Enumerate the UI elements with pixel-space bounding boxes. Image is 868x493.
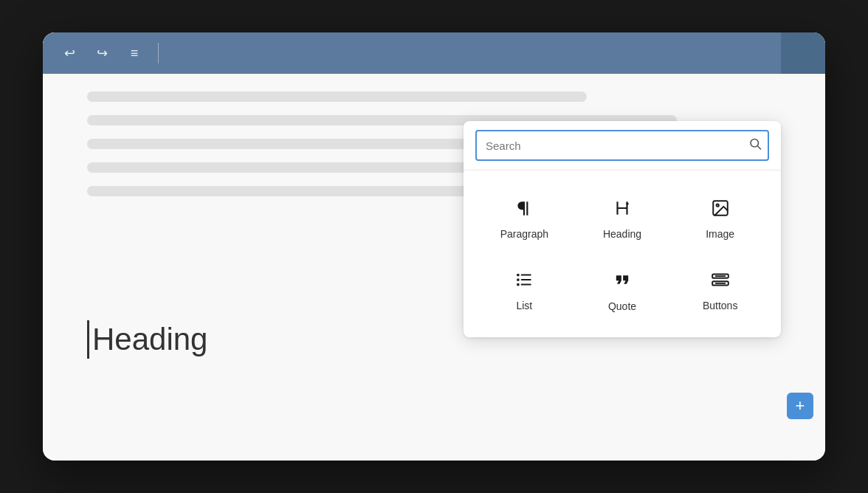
block-item-list[interactable]: List xyxy=(478,256,571,323)
block-picker-search-row xyxy=(464,121,781,170)
heading-icon xyxy=(613,199,632,221)
block-label-image: Image xyxy=(706,228,734,240)
block-item-image[interactable]: Image xyxy=(674,185,766,250)
add-block-button[interactable]: + xyxy=(787,393,813,419)
paragraph-icon xyxy=(514,199,534,221)
editor-heading[interactable]: Heading xyxy=(87,320,207,359)
list-icon xyxy=(514,270,534,292)
content-line-1 xyxy=(87,92,587,102)
search-input[interactable] xyxy=(475,130,769,161)
block-picker: Paragraph Heading xyxy=(464,121,781,337)
svg-rect-9 xyxy=(517,283,520,286)
block-label-heading: Heading xyxy=(603,228,641,240)
heading-text: Heading xyxy=(92,322,207,357)
toolbar-right xyxy=(781,32,825,74)
image-icon xyxy=(711,199,730,221)
toolbar: ↩ ↪ ≡ xyxy=(43,32,825,74)
text-cursor xyxy=(87,320,89,359)
block-label-paragraph: Paragraph xyxy=(500,228,548,240)
quote-icon xyxy=(612,269,633,293)
block-item-paragraph[interactable]: Paragraph xyxy=(478,185,571,250)
toolbar-divider xyxy=(158,43,159,63)
block-item-heading[interactable]: Heading xyxy=(576,185,669,250)
svg-rect-7 xyxy=(517,274,520,276)
block-label-quote: Quote xyxy=(608,300,636,312)
block-label-list: List xyxy=(516,300,532,311)
svg-rect-8 xyxy=(517,278,520,280)
block-item-buttons[interactable]: Buttons xyxy=(674,256,766,323)
undo-button[interactable]: ↩ xyxy=(58,41,81,65)
redo-button[interactable]: ↪ xyxy=(90,41,114,65)
block-grid: Paragraph Heading xyxy=(464,170,781,337)
svg-point-3 xyxy=(716,204,718,207)
screen-wrapper: ↩ ↪ ≡ Heading xyxy=(43,32,825,461)
buttons-icon xyxy=(711,270,730,292)
content-line-5 xyxy=(87,186,469,196)
block-item-quote[interactable]: Quote xyxy=(576,256,669,323)
list-view-button[interactable]: ≡ xyxy=(123,41,146,65)
block-label-buttons: Buttons xyxy=(703,300,737,311)
search-wrapper xyxy=(475,130,769,161)
